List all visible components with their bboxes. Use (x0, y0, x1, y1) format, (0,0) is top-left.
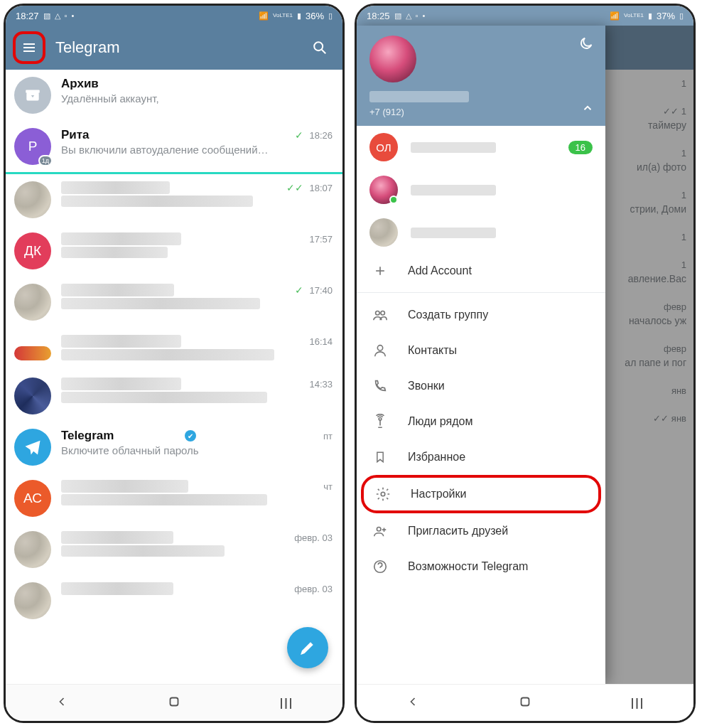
menu-item-invite[interactable]: Пригласить друзей (357, 513, 605, 549)
nearby-icon (371, 414, 389, 429)
chat-avatar (14, 582, 51, 619)
menu-item-nearby[interactable]: Люди рядом (357, 404, 605, 439)
chat-message: Удалённый аккаунт, (61, 92, 333, 105)
chat-avatar (14, 346, 51, 360)
add-account-button[interactable]: Add Account (357, 254, 605, 288)
chat-time: чт (323, 481, 333, 492)
chat-avatar (14, 429, 51, 466)
chat-message (61, 298, 260, 309)
chat-message (61, 247, 168, 258)
menu-item-label: Избранное (408, 451, 465, 464)
status-time: 18:27 (16, 11, 39, 21)
menu-button[interactable] (13, 31, 45, 64)
phone-left: 18:27 ▧ △ ▫ • 📶 VoLTE1 ▮ 36% ▯ Telegram … (4, 4, 345, 723)
chat-time: 17:57 (309, 234, 333, 245)
nav-home[interactable] (517, 694, 533, 712)
account-avatar (369, 218, 398, 247)
chat-message (61, 196, 253, 207)
account-row[interactable] (357, 168, 605, 211)
chat-row[interactable]: ✓17:40 (6, 277, 342, 328)
chat-time: 17:40 (309, 285, 333, 296)
nav-recents[interactable]: ||| (631, 697, 644, 710)
chat-row[interactable]: 16:14 (6, 328, 342, 370)
chat-time: 16:14 (309, 336, 333, 347)
chat-row[interactable]: ✓✓18:07 (6, 174, 342, 225)
menu-item-group[interactable]: Создать группу (357, 297, 605, 333)
chat-message: Включите облачный пароль (61, 444, 333, 456)
group-icon (371, 307, 389, 323)
menu-item-user[interactable]: Контакты (357, 333, 605, 368)
menu-item-label: Звонки (408, 380, 445, 392)
chat-avatar (14, 181, 51, 218)
volte-icon: VoLTE1 (273, 13, 293, 18)
user-icon (371, 343, 389, 358)
account-name (411, 228, 496, 238)
chat-list[interactable]: АрхивУдалённый аккаунт,Р1дРита✓18:26Вы в… (6, 70, 342, 684)
app-title: Telegram (55, 38, 294, 57)
svg-point-14 (381, 492, 385, 496)
svg-rect-6 (26, 90, 40, 92)
menu-item-label: Контакты (408, 344, 457, 357)
chat-message (61, 392, 267, 403)
account-row[interactable]: ОЛ16 (357, 126, 605, 168)
menu-item-phone[interactable]: Звонки (357, 368, 605, 404)
chat-row[interactable]: февр. 03 (6, 575, 342, 626)
chat-avatar: АС (14, 480, 51, 517)
profile-avatar[interactable] (369, 36, 416, 82)
triangle-icon: △ (55, 11, 60, 21)
chat-avatar (14, 378, 51, 414)
battery-icon: ▯ (328, 11, 333, 21)
chat-row[interactable]: АСчт (6, 473, 342, 524)
square-icon: ▫ (416, 11, 418, 20)
menu-item-label: Люди рядом (408, 415, 472, 428)
app-header: Telegram (6, 26, 342, 70)
search-button[interactable] (304, 32, 335, 63)
chat-name (61, 531, 173, 544)
chat-row[interactable]: Telegram✔птВключите облачный пароль (6, 422, 342, 473)
double-check-icon: ✓✓ (286, 182, 303, 193)
status-battery: 36% (306, 11, 324, 21)
nav-recents[interactable]: ||| (280, 697, 293, 710)
signal-icon: ▮ (648, 11, 652, 21)
gear-icon (374, 486, 392, 502)
nav-home[interactable] (166, 694, 182, 712)
divider (357, 292, 605, 293)
menu-item-label: Настройки (411, 488, 466, 500)
android-navbar: ||| (6, 684, 342, 721)
timer-badge: 1д (38, 155, 53, 166)
chat-message (61, 494, 267, 505)
chat-name (61, 480, 188, 493)
svg-point-12 (377, 346, 382, 350)
menu-item-bookmark[interactable]: Избранное (357, 439, 605, 475)
chat-row[interactable]: 14:33 (6, 370, 342, 422)
nav-back[interactable] (406, 695, 420, 712)
account-name (411, 185, 496, 196)
chat-row[interactable]: ДК17:57 (6, 225, 342, 277)
status-battery: 37% (657, 11, 675, 21)
chat-message (61, 545, 225, 557)
menu-item-label: Возможности Telegram (408, 560, 528, 573)
account-row[interactable] (357, 211, 605, 254)
compose-button[interactable] (287, 627, 328, 668)
image-icon: ▧ (43, 11, 50, 21)
verified-icon: ✔ (185, 430, 196, 441)
menu-item-gear[interactable]: Настройки (361, 475, 601, 513)
night-mode-button[interactable] (578, 36, 594, 54)
svg-point-10 (376, 311, 380, 316)
account-avatar: ОЛ (369, 133, 398, 161)
status-time: 18:25 (367, 11, 390, 21)
nav-back[interactable] (55, 695, 69, 712)
chat-avatar (14, 284, 51, 321)
menu-item-help[interactable]: Возможности Telegram (357, 549, 605, 584)
chat-avatar: ДК (14, 232, 51, 269)
chat-name: Telegram (61, 429, 180, 443)
phone-icon (371, 378, 389, 394)
chat-time: 14:33 (309, 379, 333, 390)
chat-row[interactable]: февр. 03 (6, 524, 342, 575)
chat-row[interactable]: АрхивУдалённый аккаунт, (6, 70, 342, 121)
chat-row[interactable]: Р1дРита✓18:26Вы включили автоудаление со… (6, 121, 342, 172)
svg-point-11 (381, 311, 385, 316)
chat-time: 18:07 (309, 183, 333, 193)
accounts-expand-button[interactable] (581, 102, 594, 117)
nav-drawer: +7 (912) ОЛ16Add AccountСоздать группуКо… (357, 26, 605, 684)
